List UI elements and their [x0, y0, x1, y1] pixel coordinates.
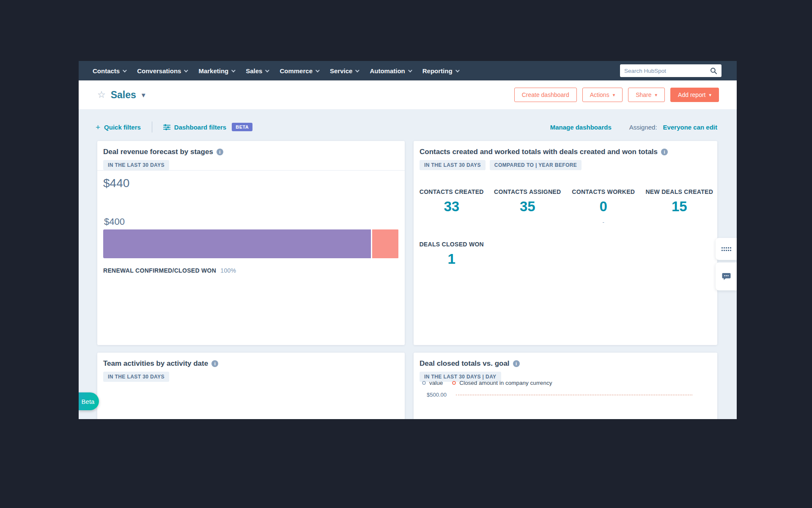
funnel-segment-renewal-closed-won[interactable] — [103, 229, 371, 258]
caret-down-icon: ▼ — [140, 91, 147, 99]
info-icon[interactable]: i — [661, 149, 668, 155]
stat-value: 1 — [414, 251, 490, 267]
funnel-segment-other[interactable] — [372, 229, 398, 258]
filter-row: + Quick filters Dashboard filters BETA M… — [96, 120, 717, 134]
button-label: Add report — [678, 91, 705, 98]
stat-label: NEW DEALS CREATED — [642, 188, 718, 195]
global-search — [620, 64, 721, 77]
stat-label: CONTACTS CREATED — [414, 188, 490, 195]
manage-dashboards-link[interactable]: Manage dashboards — [550, 124, 612, 131]
stat-label: CONTACTS ASSIGNED — [490, 188, 566, 195]
card-title-row: Team activities by activity date i — [103, 359, 399, 368]
button-label: Share — [636, 91, 651, 98]
chat-button[interactable] — [716, 262, 737, 290]
card-title-row: Deal revenue forecast by stages i — [103, 148, 399, 156]
card-divider — [97, 170, 405, 171]
dashboard-filters-button[interactable]: Dashboard filters BETA — [163, 123, 253, 131]
card-title: Team activities by activity date — [103, 359, 208, 368]
caret-down-icon: ▾ — [709, 92, 711, 98]
nav-item-commerce[interactable]: Commerce — [280, 67, 318, 75]
legend-label: Closed amount in company currency — [459, 380, 552, 386]
beta-badge: BETA — [232, 123, 252, 131]
button-label: Actions — [590, 91, 609, 98]
info-icon[interactable]: i — [211, 360, 218, 367]
card-title: Contacts created and worked totals with … — [420, 148, 658, 156]
caret-down-icon: ▾ — [655, 92, 658, 98]
nav-item-automation[interactable]: Automation — [370, 67, 411, 75]
goal-axis-label: $500.00 — [427, 392, 447, 398]
quick-filters-button[interactable]: + Quick filters — [96, 123, 141, 131]
stat-contacts-worked: CONTACTS WORKED 0 - — [565, 188, 642, 225]
page-title: Sales — [111, 89, 136, 101]
dashboard-filters-label: Dashboard filters — [174, 124, 226, 131]
card-title-row: Deal closed totals vs. goal i — [420, 359, 711, 368]
date-range-badge: IN THE LAST 30 DAYS — [420, 160, 486, 170]
stat-value: 0 — [565, 199, 642, 215]
widget-drag-handle-button[interactable] — [716, 238, 737, 260]
card-title: Deal revenue forecast by stages — [103, 148, 213, 156]
card-team-activities: Team activities by activity date i IN TH… — [97, 353, 405, 419]
chevron-down-icon — [184, 68, 188, 72]
search-input[interactable] — [624, 68, 710, 74]
nav-item-marketing[interactable]: Marketing — [198, 67, 234, 75]
nav-item-sales[interactable]: Sales — [246, 67, 268, 75]
chevron-down-icon — [455, 68, 460, 72]
vertical-divider — [152, 121, 152, 133]
dashboard-header: ☆ Sales ▼ Create dashboard Actions▾ Shar… — [79, 80, 737, 109]
nav-label: Marketing — [198, 67, 228, 75]
caret-down-icon: ▾ — [613, 92, 615, 98]
card-deal-revenue-forecast: Deal revenue forecast by stages i IN THE… — [97, 141, 405, 345]
stats-row-1: CONTACTS CREATED 33 CONTACTS ASSIGNED 35… — [414, 188, 717, 225]
stat-delta: - — [565, 219, 642, 225]
stat-value: 35 — [490, 199, 566, 215]
add-report-button[interactable]: Add report▾ — [670, 88, 719, 102]
funnel-bar-value-label: $400 — [104, 216, 125, 227]
assigned-label: Assigned: — [629, 124, 657, 131]
nav-item-reporting[interactable]: Reporting — [422, 67, 458, 75]
nav-item-conversations[interactable]: Conversations — [137, 67, 187, 75]
quick-filters-label: Quick filters — [104, 124, 141, 131]
dashboard-title-dropdown[interactable]: Sales ▼ — [111, 89, 147, 101]
stat-contacts-created: CONTACTS CREATED 33 — [414, 188, 490, 225]
filter-sliders-icon — [163, 124, 170, 131]
date-range-badge: IN THE LAST 30 DAYS — [103, 372, 169, 382]
info-icon[interactable]: i — [513, 360, 520, 367]
stat-delta — [414, 219, 490, 225]
nav-label: Contacts — [93, 67, 120, 75]
stage-name: RENEWAL CONFIRMED/CLOSED WON — [103, 267, 216, 274]
nav-label: Automation — [370, 67, 405, 75]
stat-contacts-assigned: CONTACTS ASSIGNED 35 — [490, 188, 566, 225]
stat-delta — [490, 219, 566, 225]
create-dashboard-button[interactable]: Create dashboard — [514, 88, 577, 102]
card-contacts-totals: Contacts created and worked totals with … — [414, 141, 717, 345]
nav-item-service[interactable]: Service — [330, 67, 358, 75]
funnel-axis-max-label: $440 — [103, 177, 129, 190]
beta-pill-button[interactable]: Beta — [79, 392, 99, 410]
dots-grid-icon — [721, 247, 731, 251]
legend-dot-icon — [452, 381, 456, 385]
actions-button[interactable]: Actions▾ — [582, 88, 623, 102]
stat-value: 15 — [642, 199, 718, 215]
legend-item-closed-amount[interactable]: Closed amount in company currency — [452, 380, 552, 386]
nav-label: Conversations — [137, 67, 181, 75]
chart-legend: value Closed amount in company currency — [422, 380, 552, 386]
hubspot-app-window: Contacts Conversations Marketing Sales C… — [79, 61, 737, 419]
stage-percent: 100% — [220, 267, 236, 274]
favorite-star-icon[interactable]: ☆ — [97, 90, 106, 99]
legend-item-value[interactable]: value — [422, 380, 443, 386]
stat-new-deals-created: NEW DEALS CREATED 15 — [642, 188, 718, 225]
card-title-row: Contacts created and worked totals with … — [420, 148, 711, 156]
plus-icon: + — [96, 123, 100, 131]
info-icon[interactable]: i — [217, 149, 223, 155]
stats-row-2: DEALS CLOSED WON 1 — [414, 241, 717, 267]
stat-label: DEALS CLOSED WON — [414, 241, 490, 248]
search-icon[interactable] — [710, 67, 717, 75]
nav-label: Service — [330, 67, 352, 75]
funnel-stage-row: RENEWAL CONFIRMED/CLOSED WON 100% — [103, 267, 236, 274]
assigned-value-link[interactable]: Everyone can edit — [663, 124, 717, 131]
share-button[interactable]: Share▾ — [628, 88, 665, 102]
nav-item-contacts[interactable]: Contacts — [93, 67, 126, 75]
button-label: Create dashboard — [522, 91, 569, 98]
chevron-down-icon — [315, 68, 320, 72]
goal-axis-row: $500.00 — [427, 392, 692, 398]
